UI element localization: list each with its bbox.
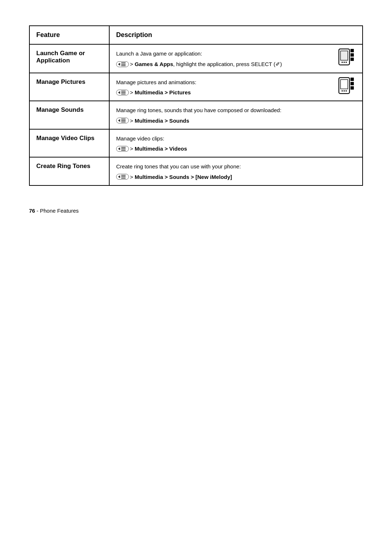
svg-rect-6: [351, 49, 354, 52]
desc-text-video: Manage video clips:: [116, 135, 356, 143]
menu-icon-pill-2: [116, 90, 129, 95]
page-number: 76: [29, 208, 35, 214]
path-text-video: > Multimedia > Videos: [130, 146, 187, 152]
path-row-pictures: > Multimedia > Pictures: [116, 89, 356, 95]
desc-text-launch: Launch a Java game or application:: [116, 50, 356, 58]
pill-lines-icon-3: [121, 119, 126, 122]
desc-text-ring: Create ring tones that you can use with …: [116, 163, 356, 171]
svg-rect-7: [351, 53, 354, 57]
feature-label: Launch Game or Application: [36, 50, 85, 64]
col-header-feature: Feature: [29, 26, 109, 44]
feature-label: Manage Sounds: [36, 106, 83, 113]
feature-cell-manage-pictures: Manage Pictures: [29, 73, 109, 101]
feature-cell-manage-sounds: Manage Sounds: [29, 101, 109, 129]
table-row: Manage Video Clips Manage video clips:: [29, 129, 363, 158]
menu-icon-pill-3: [116, 118, 129, 123]
feature-cell-manage-video: Manage Video Clips: [29, 129, 109, 158]
pill-arrow-icon-3: [118, 119, 120, 122]
desc-text-pictures: Manage pictures and animations:: [116, 78, 356, 87]
feature-label: Create Ring Tones: [36, 163, 90, 169]
svg-rect-1: [340, 51, 348, 60]
svg-point-5: [346, 62, 347, 63]
desc-text-sounds: Manage ring tones, sounds that you have …: [116, 106, 356, 115]
path-text-launch: > Games & Apps, highlight the applicatio…: [130, 61, 282, 68]
table-row: Launch Game or Application: [29, 44, 363, 73]
svg-point-4: [343, 62, 345, 63]
desc-cell-manage-pictures: Manage pictures and animations: > Multim…: [109, 73, 363, 101]
phone-icon-2: [337, 77, 357, 97]
svg-point-11: [342, 90, 343, 91]
col-header-description: Description: [109, 26, 363, 44]
path-text-pictures: > Multimedia > Pictures: [130, 89, 191, 95]
table-row: Create Ring Tones Create ring tones that…: [29, 157, 363, 185]
feature-cell-launch-game: Launch Game or Application: [29, 44, 109, 73]
path-text-sounds: > Multimedia > Sounds: [130, 118, 189, 124]
pill-lines-icon-5: [121, 175, 126, 179]
pill-arrow-icon-4: [118, 147, 120, 150]
path-row-video: > Multimedia > Videos: [116, 146, 356, 152]
svg-rect-8: [351, 58, 354, 61]
desc-cell-create-ring: Create ring tones that you can use with …: [109, 157, 363, 185]
pill-arrow-icon-5: [118, 175, 120, 178]
page-content: Feature Description Launch Game or Appli…: [29, 15, 363, 214]
svg-rect-15: [351, 82, 354, 85]
pill-lines-icon-2: [121, 91, 126, 94]
feature-label: Manage Pictures: [36, 78, 85, 85]
feature-cell-create-ring: Create Ring Tones: [29, 157, 109, 185]
pill-arrow-icon-2: [118, 91, 120, 94]
path-row-launch: > Games & Apps, highlight the applicatio…: [116, 61, 356, 68]
pill-lines-icon: [121, 62, 126, 66]
menu-icon-pill: [116, 61, 129, 67]
svg-rect-14: [351, 77, 354, 81]
features-table: Feature Description Launch Game or Appli…: [29, 25, 363, 186]
table-row: Manage Sounds Manage ring tones, sounds …: [29, 101, 363, 129]
svg-rect-10: [340, 79, 348, 89]
pill-lines-icon-4: [121, 147, 126, 151]
menu-icon-pill-4: [116, 146, 129, 152]
menu-icon-pill-5: [116, 174, 129, 180]
path-row-ring: > Multimedia > Sounds > [New iMelody]: [116, 174, 356, 180]
page-footer: 76 - Phone Features: [29, 208, 363, 214]
path-row-sounds: > Multimedia > Sounds: [116, 118, 356, 124]
desc-cell-manage-video: Manage video clips: > Multimedia > Video…: [109, 129, 363, 158]
svg-rect-16: [351, 86, 354, 89]
desc-cell-launch-game: Launch a Java game or application: > Gam…: [109, 44, 363, 73]
svg-point-3: [342, 62, 343, 63]
footer-label: - Phone Features: [37, 208, 79, 214]
desc-cell-manage-sounds: Manage ring tones, sounds that you have …: [109, 101, 363, 129]
pill-arrow-icon: [118, 63, 120, 66]
svg-point-13: [346, 90, 347, 91]
feature-label: Manage Video Clips: [36, 135, 94, 142]
table-row: Manage Pictures: [29, 73, 363, 101]
phone-icon: [337, 48, 357, 68]
svg-point-12: [343, 90, 345, 91]
path-text-ring: > Multimedia > Sounds > [New iMelody]: [130, 174, 232, 180]
